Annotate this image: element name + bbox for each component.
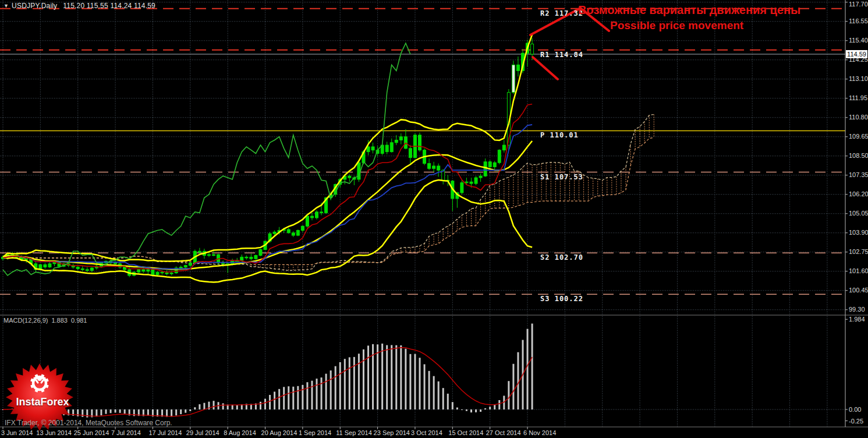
date-tick: 15 Oct 2014 [448, 429, 483, 436]
copyright-text: IFX Trader, © 2001-2014, MetaQuotes Soft… [5, 419, 172, 427]
macd-name: MACD(12,26,9) [3, 317, 48, 324]
price-tick: 100.45 [849, 287, 868, 294]
date-tick: 7 Jul 2014 [111, 429, 141, 436]
macd-main-value: 1.883 [51, 317, 68, 324]
chart-header: ▼USDJPY,Daily115.20 115.55 114.24 114.59 [3, 2, 155, 10]
price-tick: 117.70 [849, 1, 868, 8]
macd-scale-tick: -0.25 [849, 418, 863, 425]
price-tick: 102.75 [849, 248, 868, 255]
macd-indicator-label: MACD(12,26,9)1.8830.981 [3, 317, 90, 324]
chart-canvas[interactable] [0, 0, 868, 438]
date-tick: 1 Sep 2014 [299, 429, 331, 436]
price-tick: 101.60 [849, 267, 868, 274]
price-tick: 110.80 [849, 114, 868, 121]
price-tick: 113.10 [849, 75, 868, 82]
price-tick: 116.55 [849, 17, 868, 24]
date-tick: 20 Aug 2014 [261, 429, 297, 436]
pivot-label-r1: R1 114.84 [540, 51, 583, 59]
pivot-label-s3: S3 100.22 [540, 295, 583, 303]
annotation-text-ru[interactable]: Возможные варианты движения цены [578, 3, 800, 17]
pivot-label-r2: R2 117.32 [540, 9, 583, 17]
price-tick: 115.40 [849, 37, 868, 44]
date-tick: 29 Jul 2014 [186, 429, 219, 436]
price-tick: 111.95 [849, 94, 867, 101]
price-tick: 103.90 [849, 229, 868, 236]
price-tick: 106.20 [849, 190, 868, 197]
price-tick: 109.65 [849, 133, 868, 140]
date-tick: 8 Aug 2014 [224, 429, 256, 436]
pivot-label-p: P 110.01 [540, 131, 579, 139]
symbol-timeframe-label: USDJPY,Daily [12, 2, 57, 10]
macd-scale-tick: 1.984 [849, 316, 865, 323]
date-tick: 6 Nov 2014 [523, 429, 556, 436]
date-tick: 23 Sep 2014 [374, 429, 410, 436]
price-tick: 99.30 [849, 306, 865, 313]
mt4-chart-window: ▼USDJPY,Daily115.20 115.55 114.24 114.59… [0, 0, 868, 438]
current-price-badge: 114.59 [846, 50, 867, 58]
macd-scale-tick: 0.00 [849, 406, 861, 413]
ohlc-values: 115.20 115.55 114.24 114.59 [63, 2, 155, 10]
brand-name: InstaForex [5, 396, 80, 408]
macd-signal-value: 0.981 [71, 317, 87, 324]
pivot-label-s2: S2 102.70 [540, 253, 583, 262]
pivot-label-s1: S1 107.53 [540, 173, 583, 181]
price-tick: 108.50 [849, 152, 868, 159]
price-tick: 105.05 [849, 210, 868, 217]
price-tick: 107.35 [849, 171, 868, 178]
date-tick: 3 Oct 2014 [411, 429, 442, 436]
annotation-text-en[interactable]: Possible price movement [610, 19, 743, 32]
date-tick: 17 Jul 2014 [148, 429, 182, 436]
date-tick: 11 Sep 2014 [336, 429, 372, 436]
chevron-down-icon[interactable]: ▼ [3, 3, 9, 9]
date-tick: 27 Oct 2014 [486, 429, 521, 436]
